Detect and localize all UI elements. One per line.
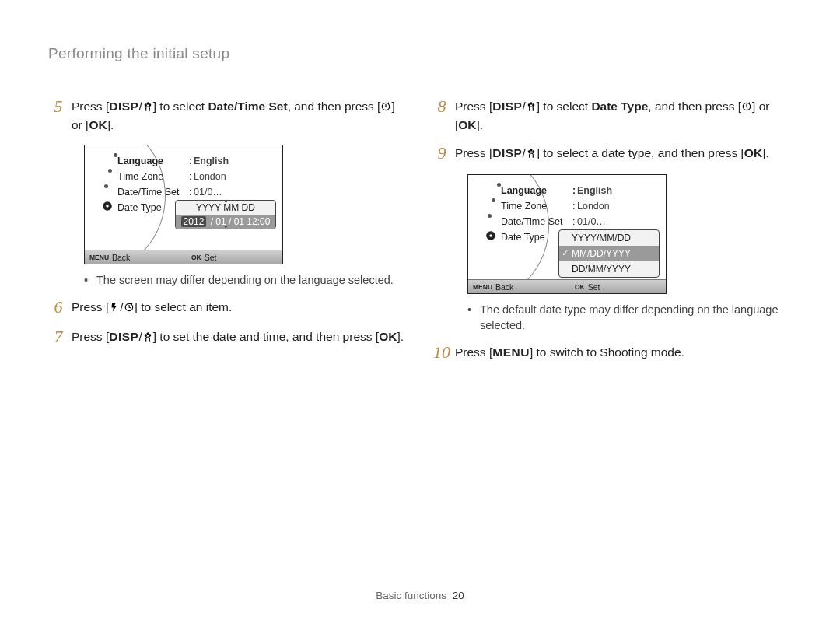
step-10: 10 Press [MENU] to switch to Shooting mo… bbox=[432, 344, 792, 361]
left-column: 5 Press [DISP/] to select Date/Time Set,… bbox=[48, 98, 408, 372]
ok-icon: OK bbox=[379, 330, 397, 343]
gear-icon bbox=[485, 230, 496, 241]
text: ] to switch to Shooting mode. bbox=[530, 345, 684, 359]
step-number: 6 bbox=[48, 299, 68, 317]
text: Press [ bbox=[455, 146, 492, 159]
lcd-footer: MENU Back OK Set bbox=[468, 279, 666, 293]
macro-icon bbox=[526, 146, 537, 163]
text: ] to select a date type, and then press … bbox=[537, 146, 744, 159]
page-title: Performing the initial setup bbox=[48, 45, 792, 62]
step-number: 10 bbox=[432, 344, 452, 361]
ok-icon: OK bbox=[744, 146, 762, 159]
timer-icon bbox=[741, 100, 752, 117]
step-5: 5 Press [DISP/] to select Date/Time Set,… bbox=[48, 98, 408, 134]
lcd-row-timezone: Time Zone:London bbox=[501, 198, 656, 214]
note-2: •The default date type may differ depend… bbox=[467, 302, 792, 333]
footer-set: Set bbox=[205, 253, 217, 262]
text: Press [ bbox=[72, 100, 109, 113]
date-popup: ⌃ YYYY MM DD 2012 / 01 / 01 12:00 ⌄ bbox=[175, 200, 276, 229]
step-9: 9 Press [DISP/] to select a date type, a… bbox=[432, 145, 792, 163]
gear-icon bbox=[102, 201, 113, 212]
lcd-screenshot-1: Language:English Time Zone:London Date/T… bbox=[84, 145, 408, 264]
menu-icon: MENU bbox=[492, 345, 530, 359]
text: ] to select an item. bbox=[135, 300, 233, 313]
type-popup: YYYY/MM/DD MM/DD/YYYY DD/MM/YYYY bbox=[558, 229, 660, 278]
macro-icon bbox=[142, 330, 153, 347]
text: ]. bbox=[477, 118, 484, 131]
lcd-row-datetime: Date/Time Set:01/0… bbox=[501, 214, 656, 229]
flash-icon bbox=[109, 300, 120, 317]
text: ] to set the date and time, and then pre… bbox=[153, 330, 379, 343]
step-number: 8 bbox=[432, 98, 452, 134]
text: , and then press [ bbox=[288, 100, 381, 113]
footer-set: Set bbox=[588, 282, 600, 292]
step-number: 9 bbox=[432, 145, 452, 163]
step-6: 6 Press [/] to select an item. bbox=[48, 299, 408, 317]
bold-target: Date/Time Set bbox=[208, 100, 287, 113]
text: ]. bbox=[762, 146, 769, 159]
step-7: 7 Press [DISP/] to set the date and time… bbox=[48, 328, 408, 347]
text: ]. bbox=[107, 118, 114, 131]
timer-icon bbox=[380, 100, 391, 117]
step-8: 8 Press [DISP/] to select Date Type, and… bbox=[432, 98, 792, 134]
footer-section: Basic functions bbox=[376, 590, 446, 601]
lcd-row-datetime: Date/Time Set:01/0… bbox=[117, 184, 273, 200]
lcd-row-language: Language:English bbox=[501, 183, 656, 198]
disp-icon: DISP bbox=[109, 330, 138, 343]
step-text: Press [MENU] to switch to Shooting mode. bbox=[452, 344, 792, 361]
step-number: 5 bbox=[48, 98, 68, 134]
macro-icon bbox=[142, 100, 153, 117]
type-option-3: DD/MM/YYYY bbox=[559, 261, 659, 277]
lcd-screenshot-2: Language:English Time Zone:London Date/T… bbox=[467, 174, 792, 294]
macro-icon bbox=[526, 100, 537, 117]
type-option-2-selected: MM/DD/YYYY bbox=[559, 246, 659, 261]
footer-back: Back bbox=[112, 253, 130, 262]
lcd-row-timezone: Time Zone:London bbox=[117, 169, 273, 184]
text: Press [ bbox=[455, 100, 492, 113]
ok-icon: OK bbox=[575, 283, 585, 291]
text: Press [ bbox=[72, 300, 109, 313]
disp-icon: DISP bbox=[492, 100, 522, 113]
disp-icon: DISP bbox=[109, 100, 138, 113]
menu-icon: MENU bbox=[473, 283, 492, 291]
step-text: Press [/] to select an item. bbox=[68, 299, 408, 317]
step-number: 7 bbox=[48, 328, 68, 347]
text: Press [ bbox=[72, 330, 109, 343]
step-text: Press [DISP/] to select Date/Time Set, a… bbox=[68, 98, 408, 134]
text: ] to select bbox=[537, 100, 592, 113]
text: Press [ bbox=[455, 345, 492, 359]
bold-target: Date Type bbox=[591, 100, 648, 113]
disp-icon: DISP bbox=[492, 146, 522, 159]
step-text: Press [DISP/] to select a date type, and… bbox=[452, 145, 792, 163]
svg-point-1 bbox=[106, 205, 109, 208]
menu-icon: MENU bbox=[89, 254, 109, 261]
text: ]. bbox=[397, 330, 404, 343]
text: , and then press [ bbox=[648, 100, 741, 113]
ok-icon: OK bbox=[458, 118, 476, 131]
footer-back: Back bbox=[495, 282, 513, 292]
svg-point-3 bbox=[489, 234, 492, 237]
lcd-footer: MENU Back OK Set bbox=[85, 250, 282, 264]
footer-page: 20 bbox=[453, 590, 464, 601]
text: ] to select bbox=[153, 100, 208, 113]
note-1: •The screen may differ depending on the … bbox=[84, 272, 408, 288]
timer-icon bbox=[124, 300, 135, 317]
ok-icon: OK bbox=[191, 254, 201, 261]
step-text: Press [DISP/] to select Date Type, and t… bbox=[452, 98, 792, 134]
page-footer: Basic functions 20 bbox=[0, 590, 840, 601]
ok-icon: OK bbox=[89, 118, 107, 131]
lcd-row-language: Language:English bbox=[117, 153, 273, 169]
type-option-1: YYYY/MM/DD bbox=[559, 230, 659, 246]
step-text: Press [DISP/] to set the date and time, … bbox=[68, 328, 408, 347]
right-column: 8 Press [DISP/] to select Date Type, and… bbox=[432, 98, 792, 372]
